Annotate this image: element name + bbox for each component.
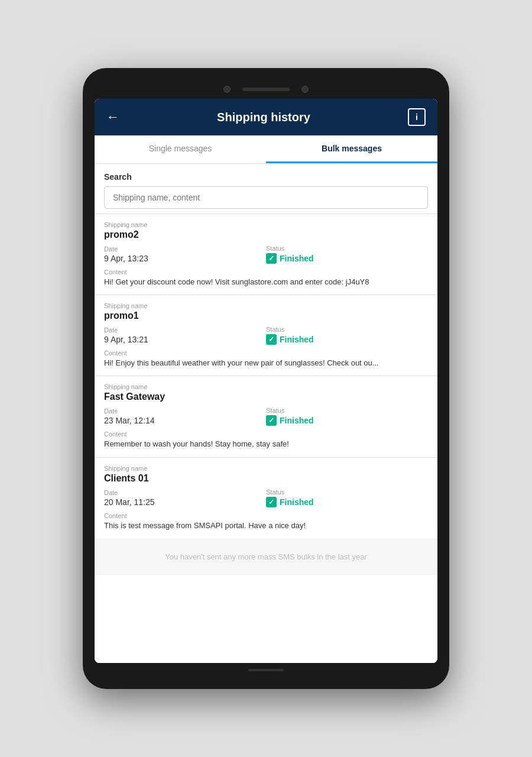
status-label: Status xyxy=(266,326,428,333)
row-meta: Date 23 Mar, 12:14 Status ✓ Finished xyxy=(104,407,428,426)
camera xyxy=(223,86,231,93)
shipping-name-label: Shipping name xyxy=(104,465,428,472)
date-col: Date 9 Apr, 13:21 xyxy=(104,326,266,344)
row-meta: Date 9 Apr, 13:23 Status ✓ Finished xyxy=(104,245,428,264)
device-top xyxy=(95,86,437,93)
shipping-name-value: promo1 xyxy=(104,310,428,321)
status-col: Status ✓ Finished xyxy=(266,245,428,264)
content-area: Search Shipping name promo2 Date 9 Apr, … xyxy=(95,164,437,663)
content-text: Hi! Enjoy this beautiful weather with yo… xyxy=(104,358,428,368)
list-item[interactable]: Shipping name promo2 Date 9 Apr, 13:23 S… xyxy=(95,213,437,295)
shipping-name-label: Shipping name xyxy=(104,302,428,309)
checkmark-icon: ✓ xyxy=(266,334,277,345)
status-text: Finished xyxy=(280,497,314,507)
device-home-bar xyxy=(248,669,284,671)
status-col: Status ✓ Finished xyxy=(266,489,428,507)
status-col: Status ✓ Finished xyxy=(266,326,428,345)
list-item[interactable]: Shipping name Fast Gateway Date 23 Mar, … xyxy=(95,376,437,457)
content-label: Content xyxy=(104,512,428,519)
list-item[interactable]: Shipping name promo1 Date 9 Apr, 13:21 S… xyxy=(95,295,437,376)
content-label: Content xyxy=(104,268,428,276)
tab-single-messages[interactable]: Single messages xyxy=(95,135,266,163)
content-label: Content xyxy=(104,350,428,357)
shipping-name-value: promo2 xyxy=(104,229,428,240)
date-col: Date 23 Mar, 12:14 xyxy=(104,407,266,425)
date-label: Date xyxy=(104,407,266,415)
speaker xyxy=(242,88,290,91)
content-text: This is test message from SMSAPI portal.… xyxy=(104,520,428,531)
camera-2 xyxy=(301,86,309,93)
date-label: Date xyxy=(104,245,266,253)
status-text: Finished xyxy=(280,254,314,263)
status-col: Status ✓ Finished xyxy=(266,407,428,426)
search-label: Search xyxy=(104,172,428,182)
status-value: ✓ Finished xyxy=(266,253,428,264)
page-title: Shipping history xyxy=(217,111,310,124)
tab-bar: Single messages Bulk messages xyxy=(95,135,437,164)
status-value: ✓ Finished xyxy=(266,497,428,507)
date-value: 9 Apr, 13:23 xyxy=(104,254,266,263)
status-label: Status xyxy=(266,489,428,496)
tab-bulk-messages[interactable]: Bulk messages xyxy=(266,135,437,163)
status-text: Finished xyxy=(280,335,314,344)
checkmark-icon: ✓ xyxy=(266,253,277,264)
date-value: 23 Mar, 12:14 xyxy=(104,416,266,425)
device-frame: ← Shipping history i Single messages Bul… xyxy=(83,68,449,689)
shipping-name-value: Fast Gateway xyxy=(104,392,428,402)
back-button[interactable]: ← xyxy=(106,109,119,125)
screen: ← Shipping history i Single messages Bul… xyxy=(95,99,437,663)
checkmark-icon: ✓ xyxy=(266,497,277,507)
shipping-list: Shipping name promo2 Date 9 Apr, 13:23 S… xyxy=(95,213,437,538)
row-meta: Date 20 Mar, 11:25 Status ✓ Finished xyxy=(104,489,428,507)
content-label: Content xyxy=(104,431,428,438)
date-label: Date xyxy=(104,489,266,496)
date-col: Date 9 Apr, 13:23 xyxy=(104,245,266,263)
top-bar: ← Shipping history i xyxy=(95,99,437,135)
date-col: Date 20 Mar, 11:25 xyxy=(104,489,266,507)
content-text: Remember to wash your hands! Stay home, … xyxy=(104,439,428,449)
search-section: Search xyxy=(95,164,437,213)
shipping-name-label: Shipping name xyxy=(104,383,428,390)
status-text: Finished xyxy=(280,416,314,425)
status-value: ✓ Finished xyxy=(266,415,428,426)
shipping-name-value: Clients 01 xyxy=(104,473,428,484)
shipping-name-label: Shipping name xyxy=(104,221,428,228)
status-label: Status xyxy=(266,407,428,414)
search-input[interactable] xyxy=(104,186,428,209)
date-value: 9 Apr, 13:21 xyxy=(104,335,266,344)
date-value: 20 Mar, 11:25 xyxy=(104,497,266,507)
status-label: Status xyxy=(266,245,428,252)
row-meta: Date 9 Apr, 13:21 Status ✓ Finished xyxy=(104,326,428,345)
list-item[interactable]: Shipping name Clients 01 Date 20 Mar, 11… xyxy=(95,457,437,538)
info-button[interactable]: i xyxy=(408,108,426,126)
date-label: Date xyxy=(104,326,266,334)
checkmark-icon: ✓ xyxy=(266,415,277,426)
status-value: ✓ Finished xyxy=(266,334,428,345)
content-text: Hi! Get your discount code now! Visit su… xyxy=(104,277,428,287)
footer-message: You haven't sent any more mass SMS bulks… xyxy=(95,538,437,575)
